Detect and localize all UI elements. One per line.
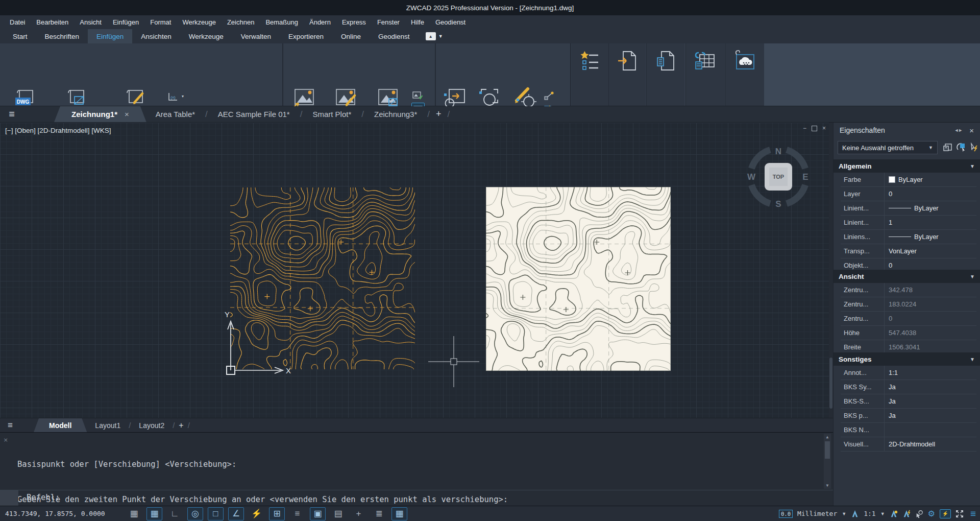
auto-annotation-icon[interactable] xyxy=(902,510,911,518)
ribbon-tab-geodienst[interactable]: Geodienst xyxy=(370,29,419,43)
menu-datei[interactable]: Datei xyxy=(4,18,31,26)
doc-tab-smart-plot[interactable]: Smart Plot* xyxy=(303,106,360,122)
annotation-scale-icon[interactable] xyxy=(851,510,859,518)
compass-east[interactable]: E xyxy=(802,172,808,182)
ribbon-collapse-icon[interactable]: ▲ xyxy=(426,32,436,40)
section-ansicht[interactable]: Ansicht ▼ xyxy=(834,270,980,283)
precision-toggle[interactable]: 0.0 xyxy=(779,510,793,518)
ribbon-tab-online[interactable]: Online xyxy=(332,29,370,43)
menu-fenster[interactable]: Fenster xyxy=(372,18,405,26)
menu-bemassung[interactable]: Bemaßung xyxy=(260,18,304,26)
ribbon-tab-exportieren[interactable]: Exportieren xyxy=(280,29,332,43)
menu-werkzeuge[interactable]: Werkzeuge xyxy=(177,18,222,26)
menu-hilfe[interactable]: Hilfe xyxy=(405,18,430,26)
xref-frame-button[interactable]: (x) xyxy=(167,90,179,103)
viewport-restore-icon[interactable] xyxy=(812,126,817,131)
object-snap-tracking-icon[interactable]: ∠ xyxy=(228,507,244,520)
new-tab-button[interactable]: + xyxy=(431,106,447,122)
command-scrollbar[interactable]: ▲ ▼ xyxy=(824,434,831,489)
chevron-down-icon[interactable]: ▾ xyxy=(182,94,184,99)
section-sonstiges[interactable]: Sonstiges ▼ xyxy=(834,352,980,366)
selection-dropdown[interactable]: Keine Auswahl getroffen ▼ xyxy=(838,141,938,154)
isolate-objects-icon[interactable] xyxy=(915,510,923,518)
canvas-scrollbar[interactable] xyxy=(829,123,833,418)
grid-display-icon[interactable]: ▦ xyxy=(126,507,142,520)
toggle-pickadd-button[interactable] xyxy=(968,141,980,154)
cycle-select-icon[interactable]: ▤ xyxy=(330,507,346,520)
command-grip[interactable] xyxy=(0,490,18,506)
annotation-visibility-icon[interactable] xyxy=(890,510,898,518)
menu-zeichnen[interactable]: Zeichnen xyxy=(222,18,260,26)
panel-datalink[interactable]: Datenv... ▾ xyxy=(686,43,724,106)
select-objects-button[interactable] xyxy=(955,141,967,154)
compass-south[interactable]: S xyxy=(775,199,781,209)
dynamic-ucs-icon[interactable]: ⊞ xyxy=(269,507,285,520)
section-allgemein[interactable]: Allgemein ▼ xyxy=(834,159,980,173)
scroll-down-icon[interactable]: ▼ xyxy=(824,482,831,489)
panel-data[interactable]: Daten ▾ xyxy=(647,43,684,106)
menu-express[interactable]: Express xyxy=(336,18,372,26)
tab-close-icon[interactable]: × xyxy=(125,110,129,119)
contour-image-right[interactable] xyxy=(486,187,671,371)
doc-tab-area-table[interactable]: Area Table* xyxy=(146,106,204,122)
layout-preview-icon[interactable]: ▦ xyxy=(391,507,407,520)
dynamic-input-icon[interactable]: ⚡ xyxy=(249,507,264,520)
chevron-down-icon[interactable]: ▼ xyxy=(880,511,885,516)
image-quality-button[interactable] xyxy=(411,89,424,102)
panel-import[interactable]: Impo... ▾ xyxy=(609,43,646,106)
ribbon-tab-beschriften[interactable]: Beschriften xyxy=(36,29,88,43)
units-label[interactable]: Millimeter xyxy=(797,510,837,517)
new-layout-button[interactable]: + xyxy=(175,418,187,432)
menu-ansicht[interactable]: Ansicht xyxy=(74,18,107,26)
layout-tabs-menu-icon[interactable]: ≡ xyxy=(0,418,20,432)
layout-tab-layout2[interactable]: Layout2 xyxy=(131,418,173,432)
list-lines-icon[interactable]: ≣ xyxy=(371,507,387,520)
menu-format[interactable]: Format xyxy=(144,18,177,26)
layout-tab-modell[interactable]: Modell xyxy=(34,418,87,432)
snap-icon[interactable]: ▦ xyxy=(146,507,162,520)
command-prompt[interactable]: Befehl: xyxy=(27,493,60,502)
menu-einfuegen[interactable]: Einfügen xyxy=(107,18,144,26)
chevron-down-icon[interactable]: ▼ xyxy=(842,511,846,516)
viewport-label[interactable]: [−] [Oben] [2D-Drahtmodell] [WKS] xyxy=(5,127,111,134)
polar-tracking-icon[interactable]: ◎ xyxy=(187,507,203,520)
doc-tab-aec-sample[interactable]: AEC Sample File 01* xyxy=(209,106,299,122)
block-attribute-button[interactable] xyxy=(543,89,555,102)
panel-blockdef[interactable]: Blockd... ▾ xyxy=(572,43,608,106)
ribbon-tab-start[interactable]: Start xyxy=(4,29,36,43)
scroll-up-icon[interactable]: ▲ xyxy=(824,434,831,440)
ribbon-tab-ansichten[interactable]: Ansichten xyxy=(132,29,180,43)
lineweight-icon[interactable]: ≡ xyxy=(289,507,305,520)
menu-aendern[interactable]: Ändern xyxy=(304,18,336,26)
scale-label[interactable]: 1:1 xyxy=(864,510,875,517)
close-panel-icon[interactable]: × xyxy=(969,126,974,135)
compass-west[interactable]: W xyxy=(747,172,756,182)
panel-pointcloud[interactable]: Punktwo... ▾ xyxy=(725,43,764,106)
object-snap-icon[interactable]: □ xyxy=(208,507,224,520)
ribbon-tab-werkzeuge[interactable]: Werkzeuge xyxy=(180,29,232,43)
menu-bearbeiten[interactable]: Bearbeiten xyxy=(31,18,74,26)
fullscreen-icon[interactable] xyxy=(955,510,964,518)
viewport-minimize-icon[interactable]: − xyxy=(803,125,806,132)
command-scrollbar-thumb[interactable] xyxy=(825,441,830,459)
ortho-icon[interactable]: ∟ xyxy=(167,507,183,520)
drawing-viewport[interactable]: [−] [Oben] [2D-Drahtmodell] [WKS] − × Y … xyxy=(0,123,833,418)
doc-tabs-menu-icon[interactable]: ≡ xyxy=(0,106,23,122)
status-menu-icon[interactable]: ≡ xyxy=(970,508,976,519)
quick-view-icon[interactable]: ▣ xyxy=(310,507,326,520)
doc-tab-zeichnung3[interactable]: Zeichnung3* xyxy=(365,106,426,122)
dock-panel-icon[interactable]: ◄► xyxy=(954,128,962,133)
layout-tab-layout1[interactable]: Layout1 xyxy=(87,418,129,432)
ribbon-tab-einfuegen[interactable]: Einfügen xyxy=(88,29,132,43)
ribbon-tab-verwalten[interactable]: Verwalten xyxy=(232,29,280,43)
viewport-close-icon[interactable]: × xyxy=(822,125,826,132)
hardware-acceleration-icon[interactable]: ⚡ xyxy=(940,509,951,518)
command-close-icon[interactable]: × xyxy=(4,436,8,444)
view-compass[interactable]: N E S W TOP xyxy=(745,144,812,210)
settings-gear-icon[interactable]: ⚙ xyxy=(928,509,935,518)
quick-select-button[interactable] xyxy=(942,141,954,154)
menu-geodienst[interactable]: Geodienst xyxy=(430,18,471,26)
doc-tab-zeichnung1[interactable]: Zeichnung1* × xyxy=(54,106,146,122)
compass-north[interactable]: N xyxy=(775,147,781,156)
copy-mode-icon[interactable]: + xyxy=(351,507,366,520)
